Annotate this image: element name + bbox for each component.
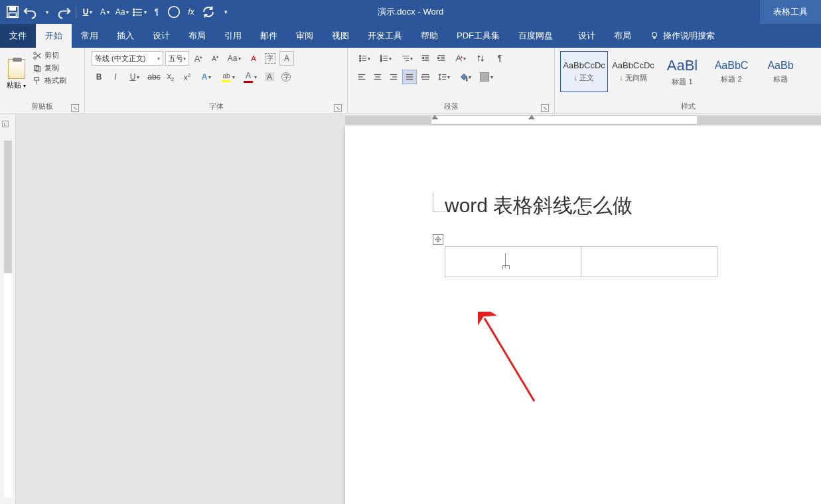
asian-layout-button[interactable]: ▾ — [450, 51, 470, 66]
align-center-button[interactable] — [370, 70, 385, 84]
subscript-button[interactable]: x2 — [163, 70, 178, 84]
enclose-char-button[interactable]: 字 — [279, 70, 293, 84]
underline-icon: U — [130, 72, 136, 82]
clear-format-icon: A — [284, 54, 289, 63]
tab-design[interactable]: 设计 — [143, 24, 179, 48]
indent-marker-left[interactable] — [431, 115, 438, 124]
vertical-ruler[interactable]: L — [0, 114, 16, 504]
font-name-combo[interactable]: 等线 (中文正文)▾ — [92, 51, 163, 66]
indent-icon — [437, 54, 446, 63]
tab-insert[interactable]: 插入 — [108, 24, 143, 48]
case-qat-button[interactable]: Aa▾ — [115, 5, 129, 19]
tab-view[interactable]: 视图 — [323, 24, 358, 48]
table-cell[interactable] — [581, 247, 717, 277]
increase-indent-button[interactable] — [434, 51, 449, 66]
underline-button[interactable]: U▾ — [125, 70, 145, 84]
tab-reference[interactable]: 引用 — [215, 24, 251, 48]
change-case-button[interactable]: Aa▾ — [224, 51, 244, 66]
table-cell[interactable] — [445, 247, 581, 277]
superscript-button[interactable]: x2 — [180, 70, 194, 84]
font-color-button[interactable]: A▾ — [240, 70, 260, 84]
cut-button[interactable]: 剪切 — [31, 50, 68, 61]
style-normal[interactable]: AaBbCcDc ↓ 正文 — [560, 51, 608, 92]
show-marks-button[interactable]: ¶ — [492, 51, 507, 66]
refresh-qat-button[interactable] — [201, 5, 216, 19]
tab-review[interactable]: 审阅 — [287, 24, 323, 48]
tab-table-design[interactable]: 设计 — [569, 24, 605, 48]
align-justify-button[interactable] — [402, 70, 417, 84]
align-right-button[interactable] — [386, 70, 401, 84]
qat-dropdown[interactable]: ▾ — [40, 5, 54, 19]
ribbon-tabs: 文件 开始 常用 插入 设计 布局 引用 邮件 审阅 视图 开发工具 帮助 PD… — [0, 24, 821, 48]
table-move-handle[interactable] — [433, 234, 443, 245]
style-heading1[interactable]: AaBl 标题 1 — [658, 51, 706, 92]
document-table[interactable] — [445, 246, 717, 277]
svg-point-7 — [133, 11, 135, 13]
numbering-button[interactable]: 123▾ — [376, 51, 396, 66]
group-label-styles: 样式 — [559, 99, 817, 113]
tab-home[interactable]: 开始 — [36, 24, 72, 48]
svg-point-8 — [133, 14, 135, 15]
text-effects-button[interactable]: A▾ — [196, 70, 216, 84]
multilevel-button[interactable]: ▾ — [397, 51, 417, 66]
tab-pdf-tools[interactable]: PDF工具集 — [447, 24, 509, 48]
bullets-button[interactable]: ▾ — [354, 51, 374, 66]
clipboard-launcher[interactable]: ⤡ — [71, 104, 79, 112]
list-qat-button[interactable]: ▾ — [132, 5, 147, 19]
phonetic-icon: A͛ — [251, 54, 256, 62]
horizontal-ruler[interactable] — [345, 114, 821, 126]
font-qat-button[interactable]: A▾ — [98, 5, 112, 19]
copy-button[interactable]: 复制 — [31, 62, 68, 74]
document-area[interactable]: word 表格斜线怎么做 — [16, 114, 821, 504]
tab-file[interactable]: 文件 — [0, 24, 36, 48]
clear-format-button[interactable]: A — [279, 51, 294, 66]
line-spacing-button[interactable]: ▾ — [434, 70, 454, 84]
style-heading2[interactable]: AaBbC 标题 2 — [708, 51, 755, 92]
tab-common[interactable]: 常用 — [72, 24, 108, 48]
paste-button[interactable]: 粘贴 ▾ — [7, 80, 26, 90]
format-painter-button[interactable]: 格式刷 — [31, 75, 68, 86]
decrease-indent-button[interactable] — [418, 51, 433, 66]
document-page[interactable]: word 表格斜线怎么做 — [345, 126, 821, 504]
sort-button[interactable] — [471, 51, 491, 66]
borders-button[interactable]: ▾ — [477, 70, 496, 84]
tab-developer[interactable]: 开发工具 — [358, 24, 411, 48]
highlight-button[interactable]: ab▾ — [218, 70, 238, 84]
table-row[interactable] — [445, 247, 717, 277]
char-border-button[interactable]: 字 — [263, 51, 277, 66]
char-shading-button[interactable]: A — [262, 70, 277, 84]
tab-help[interactable]: 帮助 — [411, 24, 447, 48]
formula-qat-button[interactable]: fx — [184, 5, 198, 19]
grow-font-button[interactable]: A▴ — [191, 51, 206, 66]
underline-qat-button[interactable]: U▾ — [80, 5, 95, 19]
border-icon — [480, 72, 489, 82]
align-left-button[interactable] — [354, 70, 369, 84]
redo-button[interactable] — [57, 5, 72, 19]
phonetic-button[interactable]: A͛ — [246, 51, 261, 66]
circle-qat-button[interactable] — [167, 5, 181, 19]
undo-button[interactable] — [23, 5, 37, 19]
tab-table-layout[interactable]: 布局 — [605, 24, 640, 48]
tell-me-search[interactable]: 操作说明搜索 — [640, 24, 724, 48]
font-size-combo[interactable]: 五号▾ — [165, 51, 189, 66]
qat-more-button[interactable]: ▾ — [218, 5, 233, 19]
tab-baidu[interactable]: 百度网盘 — [509, 24, 562, 48]
paragraph-qat-button[interactable]: ¶ — [149, 5, 164, 19]
italic-button[interactable]: I — [108, 70, 123, 84]
tab-selector[interactable]: L — [2, 121, 9, 127]
save-button[interactable] — [5, 5, 20, 19]
shrink-font-button[interactable]: A▾ — [208, 51, 222, 66]
document-heading[interactable]: word 表格斜线怎么做 — [445, 192, 821, 220]
tab-layout[interactable]: 布局 — [179, 24, 215, 48]
strikethrough-button[interactable]: abc — [147, 70, 161, 84]
vruler-track — [4, 141, 12, 497]
font-launcher[interactable]: ⤡ — [334, 104, 342, 112]
style-no-spacing[interactable]: AaBbCcDc ↓ 无间隔 — [609, 51, 657, 92]
tab-mail[interactable]: 邮件 — [251, 24, 287, 48]
indent-marker-right[interactable] — [528, 115, 535, 124]
bold-button[interactable]: B — [92, 70, 106, 84]
style-title[interactable]: AaBb 标题 — [757, 51, 804, 92]
shading-button[interactable]: ▾ — [455, 70, 475, 84]
distribute-button[interactable] — [418, 70, 433, 84]
paragraph-launcher[interactable]: ⤡ — [541, 104, 549, 112]
